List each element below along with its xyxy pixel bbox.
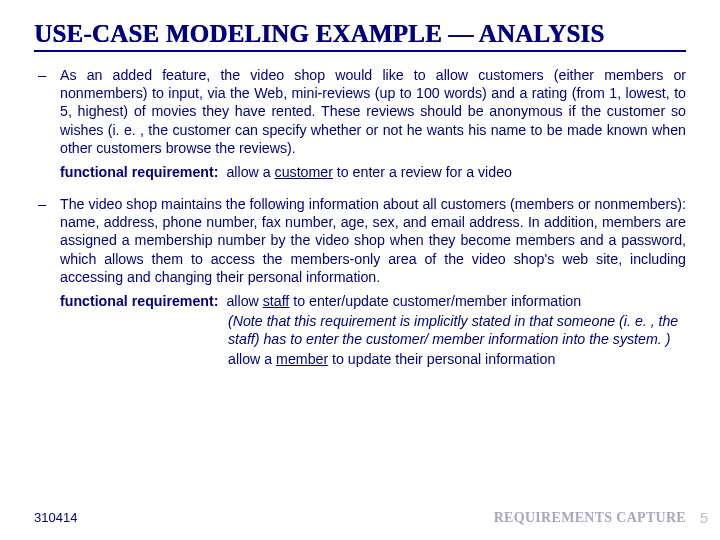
fr-text: to enter a review for a video bbox=[333, 164, 512, 180]
footer-section: REQUIREMENTS CAPTURE bbox=[494, 510, 686, 526]
functional-requirement: functional requirement: allow staff to e… bbox=[60, 292, 686, 310]
functional-requirement-2: allow a member to update their personal … bbox=[228, 350, 686, 368]
functional-requirement: functional requirement: allow a customer… bbox=[60, 163, 686, 181]
slide: USE-CASE MODELING EXAMPLE — ANALYSIS As … bbox=[0, 0, 720, 540]
fr-actor: staff bbox=[263, 293, 290, 309]
fr-actor: customer bbox=[275, 164, 333, 180]
fr-text: allow bbox=[226, 293, 262, 309]
fr-note: (Note that this requirement is implicitl… bbox=[228, 312, 686, 348]
footer: 310414 REQUIREMENTS CAPTURE 5 bbox=[34, 510, 686, 526]
fr-label: functional requirement: bbox=[60, 292, 218, 310]
fr-label: functional requirement: bbox=[60, 163, 218, 181]
bullet-list: As an added feature, the video shop woul… bbox=[34, 66, 686, 369]
footer-code: 310414 bbox=[34, 510, 77, 525]
paragraph: The video shop maintains the following i… bbox=[60, 195, 686, 286]
fr-text: to enter/update customer/member informat… bbox=[289, 293, 581, 309]
page-number: 5 bbox=[700, 509, 708, 526]
fr-text: to update their personal information bbox=[328, 351, 555, 367]
fr-body: allow a customer to enter a review for a… bbox=[226, 163, 686, 181]
fr-body: allow staff to enter/update customer/mem… bbox=[226, 292, 686, 310]
slide-title: USE-CASE MODELING EXAMPLE — ANALYSIS bbox=[34, 20, 686, 52]
fr-text: allow a bbox=[228, 351, 276, 367]
fr-text: allow a bbox=[226, 164, 274, 180]
paragraph: As an added feature, the video shop woul… bbox=[60, 66, 686, 157]
list-item: The video shop maintains the following i… bbox=[34, 195, 686, 369]
fr-actor: member bbox=[276, 351, 328, 367]
list-item: As an added feature, the video shop woul… bbox=[34, 66, 686, 181]
